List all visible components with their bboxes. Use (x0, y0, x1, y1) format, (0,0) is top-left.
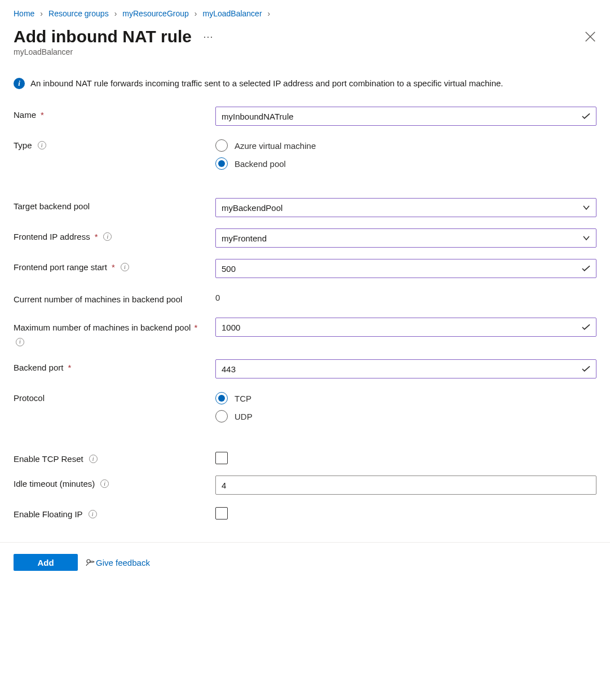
target-backend-pool-label: Target backend pool (14, 198, 215, 211)
backend-port-label: Backend port* (14, 359, 215, 372)
info-hint-icon[interactable]: i (121, 263, 129, 271)
radio-label: Backend pool (235, 159, 286, 169)
chevron-right-icon: › (195, 9, 197, 18)
info-hint-icon[interactable]: i (100, 479, 109, 488)
frontend-ip-label: Frontend IP address* i (14, 228, 215, 241)
info-banner: i An inbound NAT rule forwards incoming … (14, 77, 596, 90)
target-backend-pool-select[interactable]: myBackendPool (215, 198, 596, 217)
feedback-label: Give feedback (96, 558, 150, 567)
name-input[interactable]: myInboundNATrule (215, 107, 596, 126)
checkmark-icon (582, 366, 590, 372)
radio-label: UDP (235, 412, 253, 421)
name-label: Name* (14, 107, 215, 120)
backend-port-input[interactable]: 443 (215, 359, 596, 378)
tcp-reset-checkbox[interactable] (215, 452, 228, 464)
info-icon: i (14, 78, 25, 89)
floating-ip-checkbox[interactable] (215, 507, 228, 520)
idle-timeout-label: Idle timeout (minutes) i (14, 476, 215, 488)
add-button[interactable]: Add (14, 554, 78, 571)
protocol-radio-udp[interactable]: UDP (215, 410, 596, 422)
chevron-right-icon: › (40, 9, 43, 18)
type-label: Type i (14, 137, 215, 150)
type-radio-backend-pool[interactable]: Backend pool (215, 157, 596, 170)
max-machines-input[interactable]: 1000 (215, 318, 596, 337)
breadcrumb: Home › Resource groups › myResourceGroup… (14, 9, 596, 18)
breadcrumb-load-balancer[interactable]: myLoadBalancer (203, 9, 262, 18)
give-feedback-link[interactable]: Give feedback (86, 558, 150, 567)
floating-ip-label: Enable Floating IP i (14, 506, 215, 519)
chevron-right-icon: › (268, 9, 271, 18)
info-hint-icon[interactable]: i (16, 338, 24, 346)
current-machines-value: 0 (215, 289, 596, 302)
chevron-right-icon: › (114, 9, 117, 18)
max-machines-label: Maximum number of machines in backend po… (14, 318, 215, 348)
current-machines-label: Current number of machines in backend po… (14, 289, 215, 306)
feedback-icon (86, 558, 95, 567)
frontend-port-start-input[interactable]: 500 (215, 259, 596, 278)
info-hint-icon[interactable]: i (89, 455, 98, 463)
more-actions-icon[interactable]: ⋯ (203, 32, 214, 42)
page-subtitle: myLoadBalancer (14, 47, 596, 56)
tcp-reset-label: Enable TCP Reset i (14, 451, 215, 464)
radio-label: Azure virtual machine (235, 141, 316, 151)
close-icon[interactable] (584, 30, 596, 43)
protocol-radio-tcp[interactable]: TCP (215, 392, 596, 404)
breadcrumb-resource-group[interactable]: myResourceGroup (122, 9, 189, 18)
checkmark-icon (582, 113, 590, 120)
protocol-label: Protocol (14, 390, 215, 403)
radio-label: TCP (235, 394, 251, 403)
breadcrumb-home[interactable]: Home (14, 9, 34, 18)
info-hint-icon[interactable]: i (103, 232, 112, 241)
chevron-down-icon (582, 234, 590, 242)
idle-timeout-input[interactable]: 4 (215, 476, 596, 495)
checkmark-icon (582, 265, 590, 272)
frontend-ip-select[interactable]: myFrontend (215, 228, 596, 248)
info-hint-icon[interactable]: i (89, 510, 97, 518)
frontend-port-start-label: Frontend port range start* i (14, 259, 215, 272)
chevron-down-icon (582, 204, 590, 212)
type-radio-azure-vm[interactable]: Azure virtual machine (215, 139, 596, 152)
breadcrumb-resource-groups[interactable]: Resource groups (48, 9, 109, 18)
info-text: An inbound NAT rule forwards incoming tr… (30, 77, 503, 90)
info-hint-icon[interactable]: i (38, 141, 46, 149)
page-title: Add inbound NAT rule (14, 27, 192, 46)
checkmark-icon (582, 324, 590, 331)
